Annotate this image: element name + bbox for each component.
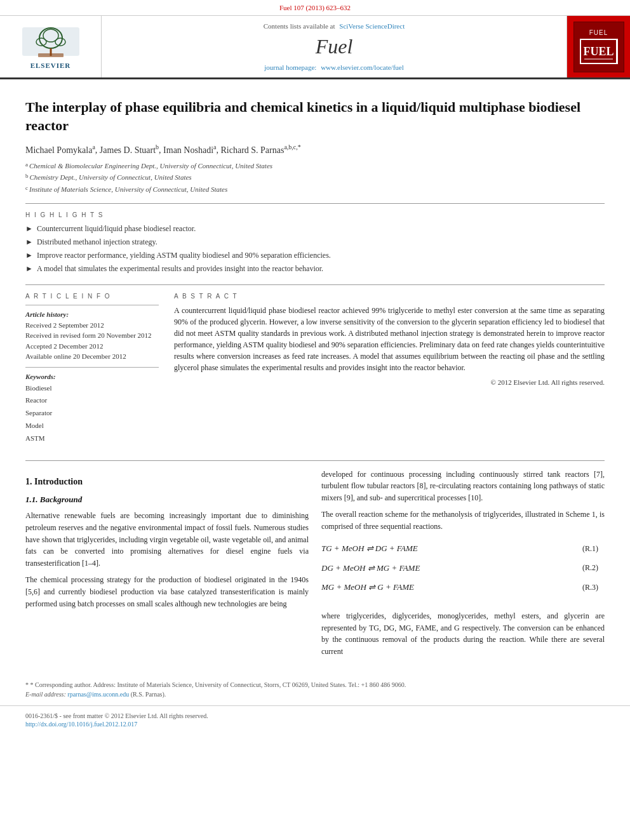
article-info-col: A R T I C L E I N F O Article history: R…: [25, 293, 159, 450]
body-para-2: The chemical processing strategy for the…: [25, 574, 309, 610]
divider-2: [25, 284, 605, 285]
footnote-star: *: [25, 681, 29, 688]
abstract-text: A countercurrent liquid/liquid phase bio…: [174, 305, 605, 373]
body-col-left: 1. Introduction 1.1. Background Alternat…: [25, 469, 309, 663]
svg-rect-6: [38, 53, 64, 57]
highlights-label: H I G H L I G H T S: [25, 211, 605, 218]
divider-keywords: [25, 367, 159, 368]
article-info-abstract: A R T I C L E I N F O Article history: R…: [25, 293, 605, 450]
footnote-email: E-mail address: rparnas@ims.uconn.edu (R…: [25, 690, 605, 699]
reaction-eq-2: DG + MeOH ⇌ MG + FAME: [321, 562, 582, 575]
received-date: Received 2 September 2012: [25, 320, 159, 331]
body-section: 1. Introduction 1.1. Background Alternat…: [25, 469, 605, 663]
author-noshadi: Iman Noshadi: [163, 145, 213, 155]
arrow-icon-3: ►: [25, 250, 33, 261]
accepted-date: Accepted 2 December 2012: [25, 341, 159, 352]
reaction-label-3: (R.3): [582, 582, 605, 594]
reactions-block: TG + MeOH ⇌ DG + FAME (R.1) DG + MeOH ⇌ …: [321, 540, 605, 602]
journal-name: Fuel: [316, 35, 353, 58]
keyword-2: Reactor: [25, 394, 159, 407]
page-footer: 0016-2361/$ - see front matter © 2012 El…: [0, 705, 630, 733]
reaction-eq-3: MG + MeOH ⇌ G + FAME: [321, 581, 582, 594]
keywords-section: Keywords: Biodiesel Reactor Separator Mo…: [25, 373, 159, 445]
highlight-4: ► A model that simulates the experimenta…: [25, 263, 605, 274]
page: Fuel 107 (2013) 623–632 ELSEVIER: [0, 0, 630, 840]
revised-date: Received in revised form 20 November 201…: [25, 330, 159, 341]
history-label: Article history:: [25, 310, 159, 318]
affil-a: a Chemical & Biomolecular Engineering De…: [25, 161, 605, 171]
body-col-right: developed for continuous processing incl…: [321, 469, 605, 663]
section-1-heading: 1. Introduction: [25, 475, 309, 489]
abstract-label: A B S T R A C T: [174, 293, 605, 300]
available-date: Available online 20 December 2012: [25, 351, 159, 362]
reaction-label-2: (R.2): [582, 562, 605, 574]
reaction-row-2: DG + MeOH ⇌ MG + FAME (R.2): [321, 562, 605, 575]
journal-issue: Fuel 107 (2013) 623–632: [279, 4, 351, 11]
sciverse-link[interactable]: SciVerse ScienceDirect: [339, 22, 405, 30]
reaction-label-1: (R.1): [582, 543, 605, 555]
fuel-logo-top: FUEL: [589, 29, 608, 36]
keyword-4: Model: [25, 420, 159, 432]
arrow-icon-1: ►: [25, 223, 33, 234]
footer-doi[interactable]: http://dx.doi.org/10.1016/j.fuel.2012.12…: [25, 721, 605, 728]
divider-3: [25, 460, 605, 461]
author-pomykala: Michael Pomykala: [25, 145, 92, 155]
fuel-logo-inner: FUEL: [580, 39, 618, 64]
keywords-label: Keywords:: [25, 373, 159, 380]
fuel-logo-graphic: FUEL: [581, 40, 616, 63]
reaction-eq-1: TG + MeOH ⇌ DG + FAME: [321, 542, 582, 555]
fuel-logo-box: FUEL FUEL: [566, 16, 630, 77]
reaction-row-1: TG + MeOH ⇌ DG + FAME (R.1): [321, 542, 605, 555]
top-bar: Fuel 107 (2013) 623–632: [0, 0, 630, 16]
sup-a: a: [92, 143, 95, 150]
elsevier-tree-icon: [19, 24, 83, 59]
highlight-2: ► Distributed methanol injection strateg…: [25, 237, 605, 248]
sup-b: b: [156, 143, 159, 150]
divider-info: [25, 305, 159, 305]
journal-center: Contents lists available at SciVerse Sci…: [102, 16, 566, 77]
homepage-url[interactable]: www.elsevier.com/locate/fuel: [321, 63, 404, 71]
author-stuart: James D. Stuart: [100, 145, 156, 155]
email-label: E-mail address:: [25, 691, 66, 698]
highlight-1: ► Countercurrent liquid/liquid phase bio…: [25, 223, 605, 234]
body-para-1: Alternative renewable fuels are becoming…: [25, 510, 309, 569]
abstract-col: A B S T R A C T A countercurrent liquid/…: [174, 293, 605, 450]
elsevier-label: ELSEVIER: [30, 62, 71, 69]
journal-header: ELSEVIER Contents lists available at Sci…: [0, 16, 630, 79]
elsevier-branding: ELSEVIER: [0, 16, 102, 77]
main-content: The interplay of phase equilibria and ch…: [0, 79, 630, 675]
body-two-col: 1. Introduction 1.1. Background Alternat…: [25, 469, 605, 663]
keyword-1: Biodiesel: [25, 382, 159, 395]
affiliations: a Chemical & Biomolecular Engineering De…: [25, 161, 605, 195]
sup-a2: a: [213, 143, 216, 150]
affil-b: b Chemistry Dept., University of Connect…: [25, 172, 605, 183]
reaction-row-3: MG + MeOH ⇌ G + FAME (R.3): [321, 581, 605, 594]
authors-line: Michael Pomykalaa, James D. Stuartb, Ima…: [25, 143, 605, 156]
footnote-text: * * Corresponding author. Address: Insti…: [25, 680, 605, 690]
subsection-1-heading: 1.1. Background: [25, 493, 309, 506]
body-para-4: The overall reaction scheme for the meth…: [321, 509, 605, 532]
divider-1: [25, 203, 605, 204]
keyword-list: Biodiesel Reactor Separator Model ASTM: [25, 382, 159, 445]
affil-c: c Institute of Materials Science, Univer…: [25, 184, 605, 195]
body-para-5: where triglycerides, diglycerides, monog…: [321, 610, 605, 657]
footer-issn: 0016-2361/$ - see front matter © 2012 El…: [25, 711, 605, 721]
elsevier-logo: ELSEVIER: [19, 24, 83, 69]
author-parnas: Richard S. Parnas: [220, 145, 284, 155]
journal-homepage: journal homepage: www.elsevier.com/locat…: [264, 63, 404, 71]
keyword-3: Separator: [25, 407, 159, 420]
arrow-icon-2: ►: [25, 237, 33, 248]
arrow-icon-4: ►: [25, 263, 33, 274]
copyright-text: © 2012 Elsevier Ltd. All rights reserved…: [174, 378, 605, 386]
footnote-section: * * Corresponding author. Address: Insti…: [0, 675, 630, 699]
svg-text:FUEL: FUEL: [583, 45, 613, 58]
email-address[interactable]: rparnas@ims.uconn.edu: [67, 691, 129, 698]
article-title: The interplay of phase equilibria and ch…: [25, 98, 605, 135]
highlights-section: H I G H L I G H T S ► Countercurrent liq…: [25, 211, 605, 274]
article-history: Article history: Received 2 September 20…: [25, 310, 159, 362]
highlight-3: ► Improve reactor performance, yielding …: [25, 250, 605, 261]
email-suffix: (R.S. Parnas).: [131, 691, 166, 698]
body-para-3: developed for continuous processing incl…: [321, 469, 605, 504]
sup-abc: a,b,c,*: [284, 143, 300, 150]
sciverse-text: Contents lists available at SciVerse Sci…: [264, 22, 405, 30]
